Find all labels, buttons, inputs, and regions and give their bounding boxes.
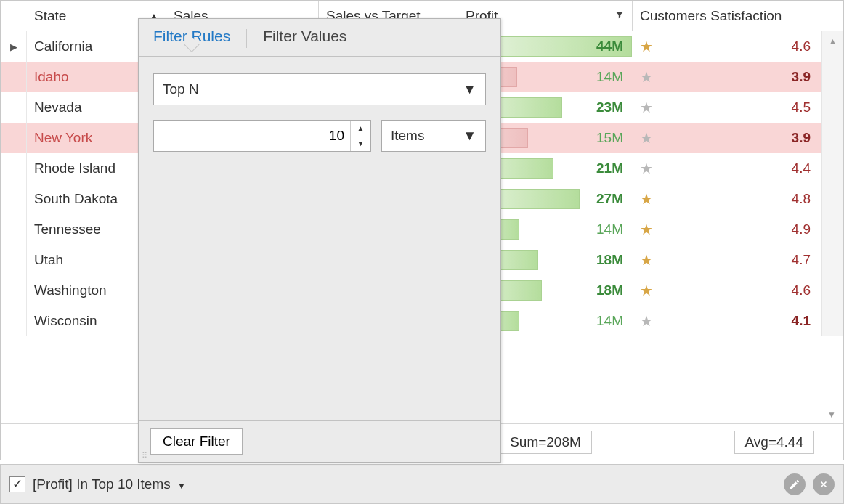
edit-filter-button[interactable] bbox=[784, 473, 806, 495]
csat-value: 3.9 bbox=[792, 130, 811, 146]
profit-value: 18M bbox=[596, 252, 623, 268]
star-icon: ★ bbox=[640, 190, 653, 208]
spinner-buttons[interactable]: ▲ ▼ bbox=[350, 121, 370, 151]
profit-sum: Sum=208M bbox=[499, 431, 592, 454]
row-expand-indicator[interactable] bbox=[1, 153, 27, 184]
scroll-gutter bbox=[821, 62, 843, 92]
col-header-label: State bbox=[34, 8, 66, 24]
unit-dropdown[interactable]: Items ▼ bbox=[381, 120, 486, 152]
filter-expression-text: [Profit] In Top 10 Items bbox=[33, 476, 171, 492]
scroll-gutter bbox=[821, 306, 843, 336]
chevron-down-icon: ▼ bbox=[177, 481, 186, 491]
spin-down-icon[interactable]: ▼ bbox=[351, 136, 370, 151]
star-icon: ★ bbox=[640, 251, 653, 269]
scroll-gutter bbox=[821, 184, 843, 214]
star-icon: ★ bbox=[640, 68, 653, 86]
profit-value: 23M bbox=[596, 99, 623, 115]
csat-value: 4.9 bbox=[792, 221, 811, 237]
csat-value: 4.1 bbox=[792, 313, 811, 329]
star-icon: ★ bbox=[640, 221, 653, 238]
star-icon: ★ bbox=[640, 282, 653, 299]
star-icon: ★ bbox=[640, 129, 653, 147]
tab-filter-values[interactable]: Filter Values bbox=[263, 28, 346, 49]
scroll-gutter bbox=[821, 123, 843, 153]
row-expand-indicator[interactable] bbox=[1, 306, 27, 336]
col-header-csat[interactable]: Customers Satisfaction bbox=[633, 1, 821, 31]
row-expand-indicator[interactable] bbox=[1, 275, 27, 306]
csat-cell: ★4.8 bbox=[633, 184, 821, 214]
filter-popup: Filter Rules Filter Values Top N ▼ ▲ ▼ I… bbox=[138, 18, 501, 463]
filter-bar: ✓ [Profit] In Top 10 Items ▼ bbox=[0, 464, 844, 504]
csat-cell: ★3.9 bbox=[633, 62, 821, 92]
filter-popup-tabs: Filter Rules Filter Values bbox=[139, 19, 500, 57]
csat-value: 4.6 bbox=[792, 38, 811, 54]
scroll-up-button[interactable]: ▲ bbox=[822, 31, 843, 52]
csat-avg: Avg=4.44 bbox=[734, 431, 814, 454]
csat-value: 4.4 bbox=[792, 160, 811, 176]
filter-icon[interactable] bbox=[614, 9, 625, 22]
scroll-gutter bbox=[821, 245, 843, 275]
scroll-gutter: ▲ bbox=[821, 31, 843, 62]
top-n-input[interactable] bbox=[154, 127, 370, 145]
top-n-spinner[interactable]: ▲ ▼ bbox=[153, 120, 371, 152]
col-header-label: Customers Satisfaction bbox=[640, 8, 782, 24]
row-expand-indicator[interactable] bbox=[1, 62, 27, 92]
spin-up-icon[interactable]: ▲ bbox=[351, 121, 370, 136]
csat-value: 4.5 bbox=[792, 99, 811, 115]
profit-value: 14M bbox=[596, 313, 623, 329]
profit-value: 18M bbox=[596, 283, 623, 298]
filter-enabled-checkbox[interactable]: ✓ bbox=[9, 476, 25, 492]
rule-type-value: Top N bbox=[163, 81, 199, 97]
unit-value: Items bbox=[391, 128, 424, 144]
filter-popup-footer: ⠿ Clear Filter bbox=[139, 420, 500, 462]
tab-separator bbox=[246, 29, 247, 48]
csat-cell: ★4.9 bbox=[633, 214, 821, 245]
filter-popup-body: Top N ▼ ▲ ▼ Items ▼ bbox=[139, 57, 500, 420]
csat-value: 4.6 bbox=[792, 283, 811, 298]
filter-expression[interactable]: [Profit] In Top 10 Items ▼ bbox=[33, 476, 186, 492]
row-expand-indicator[interactable] bbox=[1, 245, 27, 275]
csat-value: 4.8 bbox=[792, 191, 811, 207]
csat-value: 4.7 bbox=[792, 252, 811, 268]
csat-cell: ★4.5 bbox=[633, 92, 821, 123]
row-expand-indicator[interactable] bbox=[1, 123, 27, 153]
csat-cell: ★4.6 bbox=[633, 31, 821, 62]
profit-value: 44M bbox=[596, 38, 623, 54]
rule-type-dropdown[interactable]: Top N ▼ bbox=[153, 73, 486, 105]
profit-value: 14M bbox=[596, 69, 623, 85]
profit-value: 14M bbox=[596, 221, 623, 237]
row-expand-indicator[interactable] bbox=[1, 92, 27, 123]
profit-value: 27M bbox=[596, 191, 623, 207]
scroll-gutter-header bbox=[821, 1, 843, 31]
star-icon: ★ bbox=[640, 38, 653, 55]
scroll-gutter bbox=[821, 214, 843, 245]
expand-column-header bbox=[1, 1, 27, 31]
clear-filter-button[interactable] bbox=[813, 473, 835, 495]
csat-cell: ★3.9 bbox=[633, 123, 821, 153]
profit-value: 21M bbox=[596, 160, 623, 176]
scroll-gutter bbox=[821, 92, 843, 123]
profit-value: 15M bbox=[596, 130, 623, 146]
row-expand-indicator[interactable] bbox=[1, 184, 27, 214]
csat-cell: ★4.7 bbox=[633, 245, 821, 275]
scroll-gutter bbox=[821, 153, 843, 184]
row-expand-indicator[interactable]: ▶ bbox=[1, 31, 27, 62]
scroll-down-button[interactable]: ▼ bbox=[821, 405, 842, 425]
resize-handle-icon[interactable]: ⠿ bbox=[142, 451, 146, 460]
csat-cell: ★4.1 bbox=[633, 306, 821, 336]
clear-filter-popup-button[interactable]: Clear Filter bbox=[150, 428, 243, 455]
chevron-down-icon: ▼ bbox=[463, 128, 476, 144]
csat-cell: ★4.6 bbox=[633, 275, 821, 306]
scroll-gutter bbox=[821, 275, 843, 306]
csat-value: 3.9 bbox=[792, 69, 811, 85]
chevron-down-icon: ▼ bbox=[463, 81, 476, 97]
star-icon: ★ bbox=[640, 312, 653, 330]
row-expand-indicator[interactable] bbox=[1, 214, 27, 245]
star-icon: ★ bbox=[640, 160, 653, 177]
star-icon: ★ bbox=[640, 99, 653, 116]
tab-filter-rules[interactable]: Filter Rules bbox=[153, 28, 230, 49]
csat-cell: ★4.4 bbox=[633, 153, 821, 184]
